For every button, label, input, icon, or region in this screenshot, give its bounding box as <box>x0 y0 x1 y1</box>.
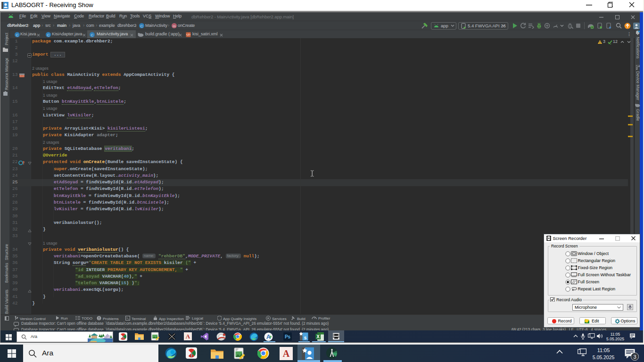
svg-text:Notifications: Notifications <box>636 37 640 58</box>
svg-text:Project: Project <box>4 33 9 45</box>
svg-text:A: A <box>186 333 190 340</box>
svg-text:C: C <box>91 33 94 37</box>
svg-text:s: s <box>304 335 307 340</box>
svg-text:A: A <box>283 348 290 359</box>
svg-text:C: C <box>16 33 19 37</box>
svg-text:m: m <box>173 24 176 28</box>
svg-text:Structure: Structure <box>4 244 9 260</box>
svg-text:Ps: Ps <box>285 334 291 339</box>
svg-text:Resource Manager: Resource Manager <box>4 58 9 90</box>
svg-text:Gradle: Gradle <box>636 109 640 121</box>
svg-text:Device Manager: Device Manager <box>636 71 640 100</box>
svg-text:Build Variants: Build Variants <box>4 289 9 314</box>
svg-text:X: X <box>316 334 320 339</box>
svg-text:3: 3 <box>633 354 636 360</box>
svg-text:C: C <box>47 33 50 37</box>
svg-text:A: A <box>266 333 271 340</box>
svg-text:C: C <box>140 24 143 28</box>
svg-text:Bookmarks: Bookmarks <box>4 263 9 283</box>
